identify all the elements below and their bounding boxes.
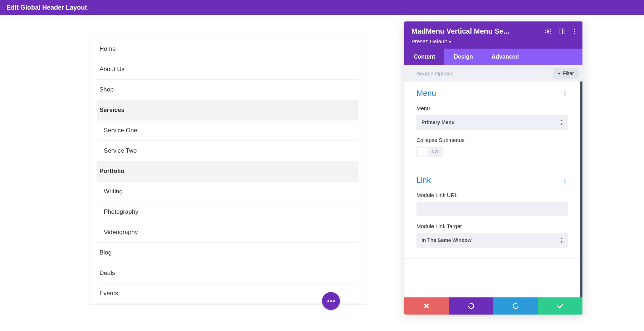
preset-dropdown[interactable]: Preset: Default▼ [411,38,575,44]
preview-menu-item[interactable]: Blog [97,243,358,263]
select-arrows-icon: ▲▼ [560,119,563,126]
close-icon [424,303,429,309]
collapse-submenus-label: Collapse Submenus [416,137,568,143]
kebab-menu-icon[interactable] [574,29,575,34]
section-link: Link ⋮ Module Link URL Module Link Targe… [404,168,580,259]
section-menu-head: Menu ⋮ [416,89,568,98]
svg-rect-1 [547,30,549,33]
preview-menu-item[interactable]: About Us [97,59,358,80]
tab-advanced[interactable]: Advanced [482,49,528,65]
toggle-label: NO [431,149,441,154]
panel-title: MadMenu Vertical Menu Se... [411,27,509,35]
panel-footer [404,297,582,315]
toggle-knob [418,148,428,156]
preset-prefix: Preset: [411,38,430,44]
preview-menu-item[interactable]: Service One [97,120,358,141]
preset-value: Default [430,38,447,44]
search-options-input[interactable] [416,70,553,76]
menu-select-value: Primary Menu [421,119,455,125]
filter-label: Filter [563,70,574,76]
menu-select[interactable]: Primary Menu ▲▼ [416,115,568,130]
preview-menu-item[interactable]: Shop [97,80,358,100]
dot-icon [333,300,335,302]
svg-point-6 [574,33,575,34]
preview-menu-item[interactable]: Events [97,283,358,304]
preview-menu-list: HomeAbout UsShopServicesService OneServi… [97,35,358,304]
module-link-target-value: In The Same Window [421,237,472,243]
settings-panel: MadMenu Vertical Menu Se... Preset: Defa… [404,21,582,315]
preview-menu-item[interactable]: Portfolio [97,161,358,182]
preview-menu-item[interactable]: Home [97,35,358,59]
module-link-target-label: Module Link Target [416,223,568,229]
collapse-submenus-toggle[interactable]: NO [416,147,443,157]
preview-menu-item[interactable]: Deals [97,263,358,283]
preview-menu-item[interactable]: Services [97,100,358,120]
filter-button[interactable]: + Filter [553,68,579,79]
dot-icon [330,300,332,302]
save-button[interactable] [538,297,583,315]
section-link-kebab-icon[interactable]: ⋮ [562,176,568,184]
expand-icon[interactable] [545,29,551,34]
module-link-url-input[interactable] [416,202,568,216]
canvas-area: HomeAbout UsShopServicesService OneServi… [0,15,644,331]
plus-icon: + [558,70,561,76]
select-arrows-icon: ▲▼ [560,237,563,244]
preview-menu-item[interactable]: Photography [97,202,358,222]
top-bar: Edit Global Header Layout [0,0,644,15]
undo-icon [468,302,475,310]
search-filter-row: + Filter [404,65,582,81]
preview-menu-item[interactable]: Service Two [97,141,358,161]
panel-header-icons [545,29,575,34]
svg-point-4 [574,29,575,30]
redo-button[interactable] [493,297,538,315]
tab-design[interactable]: Design [444,49,482,65]
redo-icon [512,302,519,310]
settings-tabs: Content Design Advanced [404,49,582,65]
caret-down-icon: ▼ [448,40,452,44]
cancel-button[interactable] [404,297,449,315]
top-bar-title: Edit Global Header Layout [6,4,87,11]
fab-more-button[interactable] [322,292,340,310]
section-menu: Menu ⋮ Menu Primary Menu ▲▼ Collapse Sub… [404,81,580,168]
section-link-head: Link ⋮ [416,176,568,185]
section-menu-title[interactable]: Menu [416,89,436,98]
check-icon [557,303,564,309]
module-link-target-select[interactable]: In The Same Window ▲▼ [416,233,568,248]
undo-button[interactable] [449,297,494,315]
section-link-title[interactable]: Link [416,176,431,185]
module-link-url-label: Module Link URL [416,192,568,198]
svg-point-5 [574,31,575,32]
tab-content[interactable]: Content [404,49,444,65]
svg-marker-10 [516,302,517,305]
snap-icon[interactable] [560,29,565,34]
panel-body[interactable]: Menu ⋮ Menu Primary Menu ▲▼ Collapse Sub… [404,81,582,297]
panel-title-row: MadMenu Vertical Menu Se... [411,27,575,35]
preview-menu-item[interactable]: Writing [97,182,358,202]
panel-header[interactable]: MadMenu Vertical Menu Se... Preset: Defa… [404,21,582,49]
section-menu-kebab-icon[interactable]: ⋮ [562,89,568,97]
preview-menu-item[interactable]: Videography [97,222,358,243]
svg-marker-9 [469,302,471,305]
preview-box: HomeAbout UsShopServicesService OneServi… [89,35,366,305]
dot-icon [327,300,329,302]
menu-field-label: Menu [416,105,568,111]
